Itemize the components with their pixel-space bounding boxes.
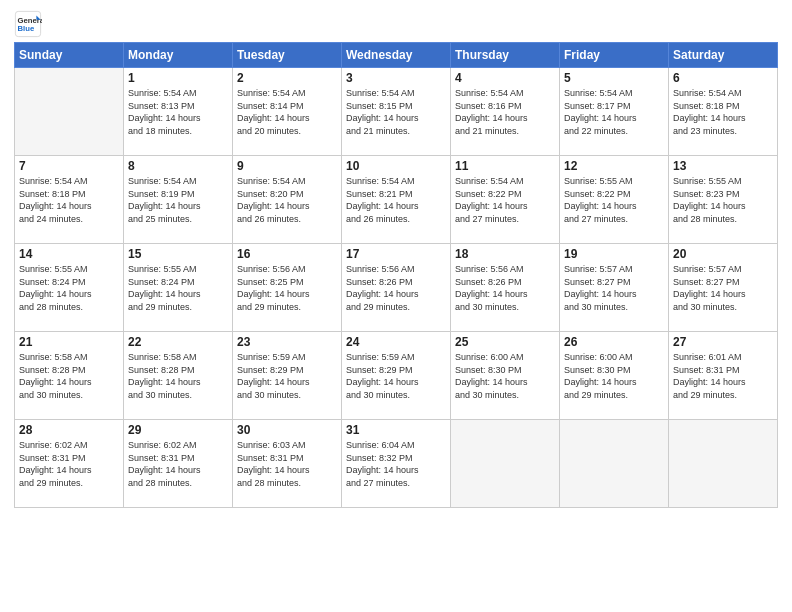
- cell-detail: Sunrise: 5:57 AM Sunset: 8:27 PM Dayligh…: [673, 263, 773, 313]
- cell-detail: Sunrise: 6:03 AM Sunset: 8:31 PM Dayligh…: [237, 439, 337, 489]
- weekday-thursday: Thursday: [451, 43, 560, 68]
- day-number: 30: [237, 423, 337, 437]
- calendar-cell: 21Sunrise: 5:58 AM Sunset: 8:28 PM Dayli…: [15, 332, 124, 420]
- cell-detail: Sunrise: 5:56 AM Sunset: 8:26 PM Dayligh…: [346, 263, 446, 313]
- cell-detail: Sunrise: 6:02 AM Sunset: 8:31 PM Dayligh…: [128, 439, 228, 489]
- calendar-cell: 24Sunrise: 5:59 AM Sunset: 8:29 PM Dayli…: [342, 332, 451, 420]
- calendar-cell: 19Sunrise: 5:57 AM Sunset: 8:27 PM Dayli…: [560, 244, 669, 332]
- day-number: 7: [19, 159, 119, 173]
- cell-detail: Sunrise: 5:55 AM Sunset: 8:24 PM Dayligh…: [19, 263, 119, 313]
- weekday-sunday: Sunday: [15, 43, 124, 68]
- cell-detail: Sunrise: 5:54 AM Sunset: 8:14 PM Dayligh…: [237, 87, 337, 137]
- calendar-cell: 27Sunrise: 6:01 AM Sunset: 8:31 PM Dayli…: [669, 332, 778, 420]
- calendar-cell: 5Sunrise: 5:54 AM Sunset: 8:17 PM Daylig…: [560, 68, 669, 156]
- day-number: 25: [455, 335, 555, 349]
- logo-icon: General Blue: [14, 10, 42, 38]
- cell-detail: Sunrise: 6:04 AM Sunset: 8:32 PM Dayligh…: [346, 439, 446, 489]
- day-number: 9: [237, 159, 337, 173]
- day-number: 4: [455, 71, 555, 85]
- day-number: 2: [237, 71, 337, 85]
- day-number: 15: [128, 247, 228, 261]
- cell-detail: Sunrise: 5:54 AM Sunset: 8:17 PM Dayligh…: [564, 87, 664, 137]
- calendar-cell: [560, 420, 669, 508]
- calendar-cell: 31Sunrise: 6:04 AM Sunset: 8:32 PM Dayli…: [342, 420, 451, 508]
- cell-detail: Sunrise: 5:54 AM Sunset: 8:20 PM Dayligh…: [237, 175, 337, 225]
- cell-detail: Sunrise: 6:00 AM Sunset: 8:30 PM Dayligh…: [564, 351, 664, 401]
- cell-detail: Sunrise: 5:56 AM Sunset: 8:26 PM Dayligh…: [455, 263, 555, 313]
- day-number: 24: [346, 335, 446, 349]
- day-number: 19: [564, 247, 664, 261]
- day-number: 14: [19, 247, 119, 261]
- cell-detail: Sunrise: 5:55 AM Sunset: 8:24 PM Dayligh…: [128, 263, 228, 313]
- page: General Blue SundayMondayTuesdayWednesda…: [0, 0, 792, 612]
- day-number: 18: [455, 247, 555, 261]
- weekday-saturday: Saturday: [669, 43, 778, 68]
- cell-detail: Sunrise: 5:54 AM Sunset: 8:22 PM Dayligh…: [455, 175, 555, 225]
- calendar-cell: 2Sunrise: 5:54 AM Sunset: 8:14 PM Daylig…: [233, 68, 342, 156]
- calendar-cell: 29Sunrise: 6:02 AM Sunset: 8:31 PM Dayli…: [124, 420, 233, 508]
- day-number: 1: [128, 71, 228, 85]
- day-number: 28: [19, 423, 119, 437]
- calendar-cell: [451, 420, 560, 508]
- calendar-cell: 17Sunrise: 5:56 AM Sunset: 8:26 PM Dayli…: [342, 244, 451, 332]
- weekday-monday: Monday: [124, 43, 233, 68]
- cell-detail: Sunrise: 5:55 AM Sunset: 8:22 PM Dayligh…: [564, 175, 664, 225]
- calendar-cell: 6Sunrise: 5:54 AM Sunset: 8:18 PM Daylig…: [669, 68, 778, 156]
- header: General Blue: [14, 10, 778, 38]
- calendar-cell: 9Sunrise: 5:54 AM Sunset: 8:20 PM Daylig…: [233, 156, 342, 244]
- day-number: 16: [237, 247, 337, 261]
- day-number: 8: [128, 159, 228, 173]
- calendar-cell: 7Sunrise: 5:54 AM Sunset: 8:18 PM Daylig…: [15, 156, 124, 244]
- calendar-cell: 13Sunrise: 5:55 AM Sunset: 8:23 PM Dayli…: [669, 156, 778, 244]
- svg-text:Blue: Blue: [18, 24, 35, 33]
- day-number: 20: [673, 247, 773, 261]
- cell-detail: Sunrise: 5:58 AM Sunset: 8:28 PM Dayligh…: [128, 351, 228, 401]
- calendar-cell: 3Sunrise: 5:54 AM Sunset: 8:15 PM Daylig…: [342, 68, 451, 156]
- calendar-cell: 4Sunrise: 5:54 AM Sunset: 8:16 PM Daylig…: [451, 68, 560, 156]
- calendar-cell: 16Sunrise: 5:56 AM Sunset: 8:25 PM Dayli…: [233, 244, 342, 332]
- calendar-cell: 22Sunrise: 5:58 AM Sunset: 8:28 PM Dayli…: [124, 332, 233, 420]
- cell-detail: Sunrise: 5:55 AM Sunset: 8:23 PM Dayligh…: [673, 175, 773, 225]
- calendar-cell: 18Sunrise: 5:56 AM Sunset: 8:26 PM Dayli…: [451, 244, 560, 332]
- cell-detail: Sunrise: 5:54 AM Sunset: 8:19 PM Dayligh…: [128, 175, 228, 225]
- cell-detail: Sunrise: 5:56 AM Sunset: 8:25 PM Dayligh…: [237, 263, 337, 313]
- cell-detail: Sunrise: 5:58 AM Sunset: 8:28 PM Dayligh…: [19, 351, 119, 401]
- day-number: 26: [564, 335, 664, 349]
- cell-detail: Sunrise: 5:59 AM Sunset: 8:29 PM Dayligh…: [237, 351, 337, 401]
- calendar-week-2: 14Sunrise: 5:55 AM Sunset: 8:24 PM Dayli…: [15, 244, 778, 332]
- calendar-week-1: 7Sunrise: 5:54 AM Sunset: 8:18 PM Daylig…: [15, 156, 778, 244]
- calendar-week-4: 28Sunrise: 6:02 AM Sunset: 8:31 PM Dayli…: [15, 420, 778, 508]
- day-number: 11: [455, 159, 555, 173]
- calendar-week-0: 1Sunrise: 5:54 AM Sunset: 8:13 PM Daylig…: [15, 68, 778, 156]
- weekday-friday: Friday: [560, 43, 669, 68]
- cell-detail: Sunrise: 6:00 AM Sunset: 8:30 PM Dayligh…: [455, 351, 555, 401]
- day-number: 29: [128, 423, 228, 437]
- calendar-cell: 8Sunrise: 5:54 AM Sunset: 8:19 PM Daylig…: [124, 156, 233, 244]
- calendar-cell: 11Sunrise: 5:54 AM Sunset: 8:22 PM Dayli…: [451, 156, 560, 244]
- logo: General Blue: [14, 10, 42, 38]
- weekday-header-row: SundayMondayTuesdayWednesdayThursdayFrid…: [15, 43, 778, 68]
- day-number: 6: [673, 71, 773, 85]
- day-number: 12: [564, 159, 664, 173]
- calendar-week-3: 21Sunrise: 5:58 AM Sunset: 8:28 PM Dayli…: [15, 332, 778, 420]
- day-number: 17: [346, 247, 446, 261]
- calendar-cell: 14Sunrise: 5:55 AM Sunset: 8:24 PM Dayli…: [15, 244, 124, 332]
- cell-detail: Sunrise: 6:01 AM Sunset: 8:31 PM Dayligh…: [673, 351, 773, 401]
- cell-detail: Sunrise: 6:02 AM Sunset: 8:31 PM Dayligh…: [19, 439, 119, 489]
- calendar-cell: 28Sunrise: 6:02 AM Sunset: 8:31 PM Dayli…: [15, 420, 124, 508]
- svg-text:General: General: [18, 16, 43, 25]
- cell-detail: Sunrise: 5:54 AM Sunset: 8:21 PM Dayligh…: [346, 175, 446, 225]
- day-number: 22: [128, 335, 228, 349]
- calendar-cell: 10Sunrise: 5:54 AM Sunset: 8:21 PM Dayli…: [342, 156, 451, 244]
- calendar-cell: 25Sunrise: 6:00 AM Sunset: 8:30 PM Dayli…: [451, 332, 560, 420]
- cell-detail: Sunrise: 5:57 AM Sunset: 8:27 PM Dayligh…: [564, 263, 664, 313]
- calendar-cell: 23Sunrise: 5:59 AM Sunset: 8:29 PM Dayli…: [233, 332, 342, 420]
- calendar-table: SundayMondayTuesdayWednesdayThursdayFrid…: [14, 42, 778, 508]
- cell-detail: Sunrise: 5:54 AM Sunset: 8:13 PM Dayligh…: [128, 87, 228, 137]
- calendar-cell: 15Sunrise: 5:55 AM Sunset: 8:24 PM Dayli…: [124, 244, 233, 332]
- day-number: 27: [673, 335, 773, 349]
- calendar-cell: [669, 420, 778, 508]
- cell-detail: Sunrise: 5:54 AM Sunset: 8:18 PM Dayligh…: [19, 175, 119, 225]
- calendar-cell: [15, 68, 124, 156]
- calendar-cell: 20Sunrise: 5:57 AM Sunset: 8:27 PM Dayli…: [669, 244, 778, 332]
